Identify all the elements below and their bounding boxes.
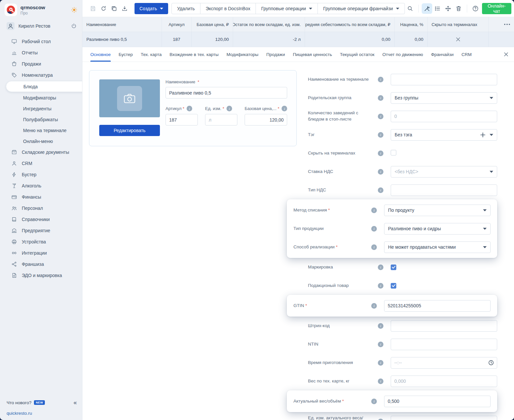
- info-icon[interactable]: [378, 323, 383, 329]
- info-icon[interactable]: [227, 106, 232, 111]
- sidebar-item-edo[interactable]: ЭДО и маркировка: [0, 270, 82, 281]
- info-icon[interactable]: [378, 95, 383, 101]
- info-icon[interactable]: [378, 187, 383, 193]
- name-input[interactable]: [166, 87, 287, 98]
- tech-weight-input[interactable]: [391, 376, 497, 387]
- tab-franchise[interactable]: Франчайзи: [431, 47, 454, 62]
- more-columns-icon[interactable]: [488, 17, 514, 32]
- hide-on-terminals-checkbox[interactable]: [391, 150, 396, 155]
- sidebar-item-sales[interactable]: Продажи: [0, 58, 82, 70]
- sidebar-item-online-menu[interactable]: Онлайн-меню: [0, 136, 82, 147]
- marking-checkbox[interactable]: [391, 265, 396, 270]
- terminal-name-input[interactable]: [391, 74, 497, 85]
- clock-icon[interactable]: [488, 360, 494, 366]
- info-icon[interactable]: [371, 399, 377, 404]
- info-icon[interactable]: [378, 283, 383, 289]
- parent-group-select[interactable]: Без группы: [391, 92, 497, 104]
- quickresto-site-link[interactable]: quickresto.ru: [7, 411, 32, 416]
- tag-select[interactable]: Без тэга: [391, 129, 497, 141]
- barcode-input[interactable]: [391, 320, 497, 332]
- sidebar-item-directories[interactable]: Справочники: [0, 214, 82, 225]
- product-type-select[interactable]: Разливное пиво и сидры: [384, 223, 491, 235]
- sidebar-item-booster[interactable]: Бустер: [0, 169, 82, 180]
- ntin-input[interactable]: [391, 339, 497, 350]
- sidebar-item-dishes[interactable]: Блюда: [6, 81, 82, 92]
- sidebar-item-integrations[interactable]: Интеграции: [0, 247, 82, 259]
- unit-input[interactable]: [205, 114, 237, 126]
- tab-nutrition[interactable]: Пищевая ценность: [293, 47, 332, 62]
- sidebar-item-finance[interactable]: Финансы: [0, 191, 82, 203]
- price-input[interactable]: [245, 114, 287, 126]
- group-operations-button[interactable]: Групповые операции: [256, 3, 318, 14]
- info-icon[interactable]: [187, 106, 192, 111]
- info-icon[interactable]: [371, 208, 377, 213]
- add-tag-icon[interactable]: [480, 132, 485, 137]
- sidebar-item-devices[interactable]: Устройства: [0, 236, 82, 247]
- logout-power-icon[interactable]: [71, 23, 77, 29]
- tab-tech-card-usage[interactable]: Вхождение в тех. карты: [169, 47, 219, 62]
- actual-weight-input[interactable]: [384, 396, 491, 407]
- edit-button[interactable]: Редактировать: [99, 125, 160, 136]
- sidebar-item-franchise[interactable]: Франшиза: [0, 259, 82, 270]
- close-panel-icon[interactable]: [503, 52, 509, 57]
- sidebar-item-warehouse-docs[interactable]: Складские документы: [0, 147, 82, 158]
- search-button[interactable]: [405, 3, 415, 14]
- export-docsinbox-button[interactable]: Экспорт в DocsInBox: [200, 3, 256, 14]
- gtin-input[interactable]: [384, 300, 491, 312]
- actual-unit-input[interactable]: [391, 416, 497, 420]
- info-icon[interactable]: [378, 169, 383, 175]
- whats-new-link[interactable]: Что нового?: [7, 400, 31, 405]
- copy-button[interactable]: [109, 3, 119, 14]
- info-icon[interactable]: [378, 419, 383, 420]
- sidebar-item-reports[interactable]: Отчеты: [0, 47, 82, 58]
- sidebar-item-nomenclature[interactable]: Номенклатура: [0, 70, 82, 81]
- sidebar-item-staff[interactable]: Персонал: [0, 203, 82, 214]
- sidebar-item-dashboard[interactable]: Рабочий стол: [0, 36, 82, 47]
- sidebar-item-modifiers[interactable]: Модификаторы: [0, 92, 82, 103]
- trash-button[interactable]: [453, 3, 464, 14]
- tab-buster[interactable]: Бустер: [119, 47, 133, 62]
- tab-crm[interactable]: CRM: [462, 47, 472, 62]
- info-icon[interactable]: [378, 151, 383, 156]
- sidebar-item-alcohol[interactable]: Алкоголь: [0, 180, 82, 191]
- writeoff-method-select[interactable]: По продукту: [384, 205, 491, 216]
- import-button[interactable]: [119, 3, 130, 14]
- sidebar-item-ingredients[interactable]: Ингредиенты: [0, 103, 82, 114]
- table-row[interactable]: Разливное пиво 0,5 187 120,00 -2 л 0,00 …: [82, 32, 514, 47]
- save-button[interactable]: [88, 3, 98, 14]
- tab-current-stock[interactable]: Текущий остаток: [340, 47, 375, 62]
- excise-checkbox[interactable]: [391, 283, 396, 289]
- info-icon[interactable]: [371, 303, 377, 309]
- vat-type-input[interactable]: [391, 184, 497, 196]
- tab-sales[interactable]: Продажи: [266, 47, 285, 62]
- sidebar-item-terminal-menu[interactable]: Меню на терминале: [0, 125, 82, 136]
- theme-toggle-sun-icon[interactable]: [71, 7, 77, 13]
- info-icon[interactable]: [378, 342, 383, 347]
- sidebar-item-crm[interactable]: CRM: [0, 158, 82, 169]
- move-button[interactable]: [443, 3, 453, 14]
- tab-modifiers[interactable]: Модификаторы: [227, 47, 258, 62]
- refresh-button[interactable]: [98, 3, 109, 14]
- tab-movement-report[interactable]: Отчет по движению: [382, 47, 423, 62]
- info-icon[interactable]: [371, 226, 377, 232]
- sidebar-item-semifinished[interactable]: Полуфабрикаты: [0, 114, 82, 125]
- collapse-sidebar-button[interactable]: «: [74, 400, 77, 406]
- info-icon[interactable]: [378, 132, 383, 138]
- vat-rate-select[interactable]: <без НДС>: [391, 166, 497, 178]
- sale-method-select[interactable]: Не может продаваться частями: [384, 241, 491, 253]
- sku-input[interactable]: [166, 114, 198, 126]
- stoplist-count-input[interactable]: [391, 111, 497, 122]
- info-icon[interactable]: [378, 265, 383, 270]
- info-icon[interactable]: [371, 244, 377, 250]
- info-icon[interactable]: [378, 114, 383, 119]
- info-icon[interactable]: [378, 77, 383, 82]
- create-button[interactable]: Создать: [135, 3, 168, 14]
- online-chat-button[interactable]: Онлайн-чат: [482, 3, 511, 14]
- list-view-button[interactable]: [432, 3, 443, 14]
- tab-tech-card[interactable]: Тех. карта: [141, 47, 162, 62]
- sidebar-item-enterprise[interactable]: Предприятие: [0, 225, 82, 236]
- tab-osnovnoe[interactable]: Основное: [90, 47, 111, 62]
- info-icon[interactable]: [282, 106, 287, 111]
- photo-placeholder[interactable]: [99, 79, 160, 117]
- group-operations-franchise-button[interactable]: Групповые операции франчайзи: [317, 3, 405, 14]
